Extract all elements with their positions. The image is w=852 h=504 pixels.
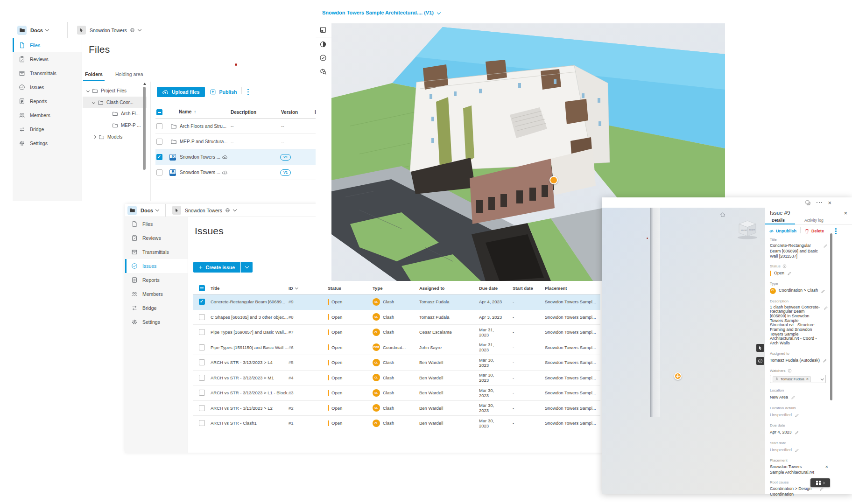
sidebar-item-settings[interactable]: Settings [125, 315, 188, 329]
file-row[interactable]: MEP-P and Structura... -- -- [155, 134, 318, 149]
col-start-date[interactable]: Start date [513, 282, 533, 294]
file-row-selected[interactable]: R Snowdon Towers ... V1 [155, 149, 318, 165]
issue-title[interactable]: Pipe Types [1690857] and Basic Wall... [211, 325, 291, 340]
markup-check-button[interactable] [756, 357, 764, 365]
sidebar-item-files[interactable]: Files [125, 217, 188, 231]
issue-placement-link[interactable]: Snowdon Towers Sampl... [545, 401, 600, 416]
remove-watcher-icon[interactable]: × [806, 377, 809, 381]
create-issue-button[interactable]: + Create issue [193, 262, 240, 273]
select-all-checkbox[interactable] [156, 109, 162, 115]
model-search-icon[interactable] [319, 68, 327, 75]
kebab-menu-icon[interactable] [246, 88, 250, 96]
issue-pushpin-marker[interactable] [549, 176, 558, 184]
tab-holding-area[interactable]: Holding area [115, 71, 143, 77]
chevron-down-icon[interactable] [86, 89, 90, 92]
chevron-down-icon[interactable] [92, 100, 95, 104]
panel-scrollbar-thumb[interactable] [830, 233, 832, 400]
select-tool-button[interactable] [756, 344, 764, 352]
issue-placement-link[interactable]: Snowdon Towers Sampl... [545, 294, 600, 309]
delete-button[interactable]: Delete [804, 229, 824, 234]
sidebar-item-members[interactable]: Members [125, 287, 188, 301]
tab-details[interactable]: Details [772, 218, 785, 223]
scroll-up-arrow[interactable] [143, 83, 146, 85]
issue-title[interactable]: ARCH vs STR - 3/13/2023 > M1 [211, 371, 291, 385]
sheets-panel-icon[interactable] [319, 26, 327, 34]
chevron-down-icon[interactable] [232, 208, 236, 211]
row-checkbox[interactable] [199, 299, 205, 305]
edit-pencil-icon[interactable] [819, 487, 824, 491]
col-assigned-to[interactable]: Assigned to [419, 282, 472, 294]
row-checkbox[interactable] [199, 390, 205, 396]
chevron-down-icon[interactable] [437, 11, 441, 14]
project-selector[interactable]: Snowdon Towers [68, 26, 141, 35]
upload-files-button[interactable]: Upload files [157, 87, 205, 97]
issue-placement-link[interactable]: Snowdon Towers Sampl... [545, 355, 600, 370]
sidebar-item-transmittals[interactable]: Transmittals [125, 245, 188, 259]
file-name[interactable]: Snowdon Towers ... [180, 149, 220, 165]
contrast-icon[interactable] [319, 41, 327, 48]
issue-pushpin-marker[interactable] [674, 372, 682, 380]
issue-placement-link[interactable]: Snowdon Towers Sampl... [545, 325, 600, 340]
edit-pencil-icon[interactable] [824, 306, 828, 310]
project-selector[interactable]: Snowdon Towers [166, 206, 236, 215]
sidebar-item-issues[interactable]: Issues [125, 259, 188, 273]
document-title-bar[interactable]: Snowdon Towers Sample Architectural.... … [322, 10, 440, 15]
file-name[interactable]: Snowdon Towers ... [180, 165, 220, 180]
sidebar-item-settings[interactable]: Settings [13, 136, 82, 150]
issue-placement-link[interactable]: Snowdon Towers Sampl... [545, 340, 600, 355]
sidebar-item-transmittals[interactable]: Transmittals [13, 66, 82, 80]
row-checkbox[interactable] [199, 359, 205, 365]
file-name[interactable]: MEP-P and Structura... [180, 134, 228, 149]
issue-title[interactable]: Concrete-Rectangular Beam [60689... [211, 294, 291, 309]
watcher-chip[interactable]: Tomasz Fudala × [773, 376, 811, 382]
kebab-menu-icon[interactable] [834, 227, 838, 235]
issue-title[interactable]: Pipe Types [1591150] and Basic Wall ... [211, 340, 291, 355]
col-placement[interactable]: Placement [545, 282, 600, 294]
col-version[interactable]: Version [281, 110, 298, 115]
issue-row[interactable]: ARCH vs STR - Clash1 #1 Open CLClash Ben… [193, 416, 600, 431]
sidebar-item-issues[interactable]: Issues [13, 80, 82, 94]
tree-item-mep[interactable]: MEP-P ... [112, 119, 141, 131]
chevron-down-icon[interactable] [137, 28, 141, 31]
issue-title[interactable]: ARCH vs STR - 3/13/2023 > L2 [211, 401, 291, 416]
wall-element[interactable] [650, 208, 660, 417]
issue-placement-link[interactable]: Snowdon Towers Sampl... [545, 385, 600, 400]
compare-icon[interactable] [805, 200, 811, 206]
row-checkbox[interactable] [156, 123, 162, 129]
col-description[interactable]: Description [231, 110, 256, 115]
more-options-icon[interactable] [817, 202, 823, 203]
row-checkbox[interactable] [156, 169, 162, 175]
select-all-checkbox[interactable] [199, 285, 205, 291]
sidebar-item-members[interactable]: Members [13, 108, 82, 122]
edit-pencil-icon[interactable] [795, 430, 799, 435]
home-icon[interactable] [719, 211, 726, 218]
edit-pencil-icon[interactable] [795, 448, 799, 453]
publish-button[interactable]: Publish [210, 89, 237, 95]
row-checkbox[interactable] [199, 420, 205, 426]
close-window-icon[interactable]: × [828, 200, 831, 206]
remove-placement-icon[interactable]: × [825, 464, 828, 469]
apps-grid-button[interactable] [810, 478, 830, 487]
issue-row[interactable]: ARCH vs STR - 3/13/2023 > L1 - Block... … [193, 385, 600, 401]
issue-row[interactable]: C Shapes [686385] and 3 other objec... #… [193, 310, 600, 325]
chevron-down-icon[interactable] [155, 208, 159, 211]
tree-item-arch[interactable]: Arch Fl... [112, 108, 140, 119]
info-icon[interactable] [782, 264, 787, 268]
row-checkbox[interactable] [199, 329, 205, 335]
version-badge[interactable]: V1 [280, 154, 291, 161]
issue-title[interactable]: ARCH vs STR - Clash1 [211, 416, 291, 431]
row-checkbox[interactable] [156, 139, 162, 145]
issue-title[interactable]: ARCH vs STR - 3/13/2023 > L4 [211, 355, 291, 370]
issue-placement-link[interactable]: Snowdon Towers Sampl... [545, 310, 600, 325]
edit-pencil-icon[interactable] [787, 271, 792, 276]
check-circle-icon[interactable] [319, 54, 327, 62]
app-switcher[interactable]: Docs [125, 206, 159, 215]
edit-pencil-icon[interactable] [795, 413, 799, 418]
tab-activity-log[interactable]: Activity log [804, 218, 824, 223]
file-row[interactable]: Arch Floors and Stru... -- -- [155, 119, 318, 134]
row-checkbox[interactable] [199, 314, 205, 320]
issue-title[interactable]: ARCH vs STR - 3/13/2023 > L1 - Block... [211, 385, 291, 400]
tree-item-project-files[interactable]: Project Files [87, 85, 127, 96]
info-icon[interactable] [788, 369, 792, 373]
edit-pencil-icon[interactable] [791, 395, 796, 400]
